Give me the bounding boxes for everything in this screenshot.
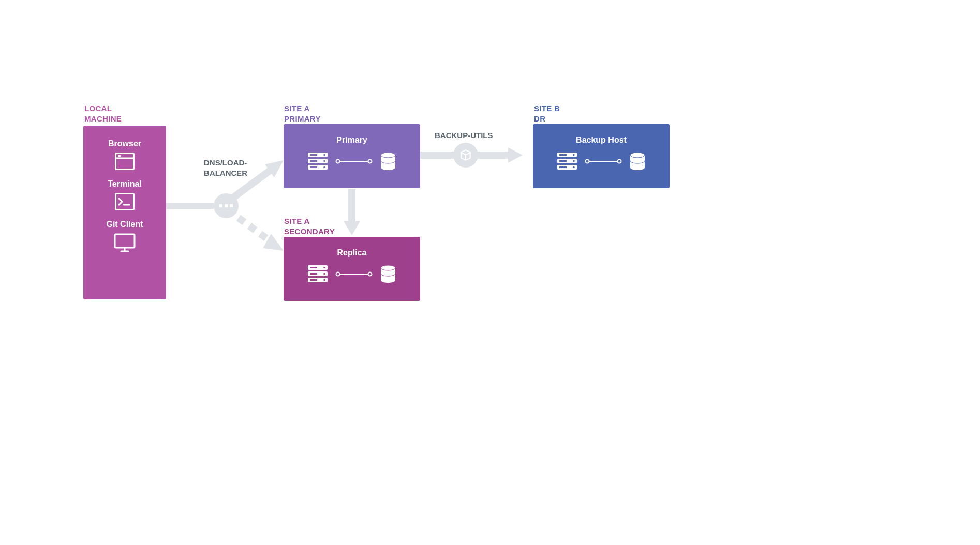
local-item-terminal: Terminal	[83, 179, 166, 210]
svg-point-36	[323, 279, 325, 281]
label-gitclient: Git Client	[106, 220, 143, 229]
server-icon	[307, 152, 328, 171]
svg-point-20	[323, 154, 325, 156]
label-browser: Browser	[108, 139, 141, 148]
label-local-machine: LOCAL MACHINE	[84, 103, 122, 124]
server-icon	[307, 265, 328, 283]
terminal-icon	[115, 193, 135, 210]
local-item-gitclient: Git Client	[83, 220, 166, 253]
svg-rect-51	[559, 154, 567, 156]
monitor-icon	[114, 233, 136, 253]
svg-line-3	[228, 210, 274, 244]
package-icon	[459, 148, 472, 162]
svg-rect-38	[310, 273, 317, 275]
link-icon	[335, 271, 373, 277]
ellipsis-icon	[219, 204, 233, 207]
connector-label-backup-utils: BACKUP-UTILS	[435, 130, 493, 141]
svg-point-27	[368, 160, 372, 163]
server-icon	[557, 152, 577, 171]
server-db-primary	[284, 152, 420, 171]
diagram-canvas: LOCAL MACHINE SITE A PRIMARY SITE A SECO…	[0, 0, 980, 545]
svg-marker-6	[344, 221, 360, 235]
svg-rect-37	[310, 267, 317, 268]
label-site-a-primary: SITE A PRIMARY	[284, 103, 321, 124]
link-icon	[585, 159, 622, 164]
box-primary: Primary	[284, 124, 420, 188]
svg-point-41	[368, 272, 372, 276]
svg-rect-53	[559, 166, 567, 168]
title-backup: Backup Host	[533, 135, 670, 145]
svg-point-49	[573, 160, 575, 162]
database-icon	[380, 265, 396, 283]
backup-utils-node	[453, 143, 478, 168]
svg-rect-11	[118, 155, 121, 157]
connector-label-dns: DNS/LOAD- BALANCER	[204, 158, 247, 178]
server-db-backup	[533, 152, 670, 171]
svg-rect-12	[116, 194, 134, 210]
svg-point-48	[573, 154, 575, 156]
link-icon	[335, 159, 373, 164]
dns-load-balancer-node	[214, 193, 239, 218]
svg-point-54	[586, 160, 589, 163]
box-backup-host: Backup Host	[533, 124, 670, 188]
svg-point-55	[618, 160, 621, 163]
local-item-browser: Browser	[83, 139, 166, 170]
svg-point-22	[323, 166, 325, 169]
database-icon	[380, 152, 396, 171]
svg-rect-25	[310, 166, 317, 168]
svg-marker-2	[265, 160, 284, 177]
svg-point-40	[336, 272, 340, 276]
svg-rect-24	[310, 160, 317, 162]
box-local-machine: Browser Terminal Git Client	[83, 126, 166, 299]
svg-rect-23	[310, 154, 317, 156]
svg-point-21	[323, 160, 325, 162]
label-site-a-secondary: SITE A SECONDARY	[284, 216, 335, 236]
label-terminal: Terminal	[108, 179, 142, 189]
browser-icon	[115, 153, 135, 170]
server-db-replica	[284, 265, 420, 283]
svg-point-50	[573, 166, 575, 169]
title-primary: Primary	[284, 135, 420, 145]
label-site-b: SITE B DR	[534, 103, 560, 124]
svg-rect-14	[115, 234, 135, 248]
svg-marker-4	[263, 234, 284, 251]
svg-point-34	[323, 267, 325, 269]
svg-rect-52	[559, 160, 567, 162]
title-replica: Replica	[284, 248, 420, 258]
box-replica: Replica	[284, 237, 420, 301]
svg-rect-39	[310, 279, 317, 281]
svg-point-35	[323, 273, 325, 275]
svg-point-26	[336, 160, 340, 163]
database-icon	[629, 152, 646, 171]
svg-marker-8	[508, 147, 523, 163]
